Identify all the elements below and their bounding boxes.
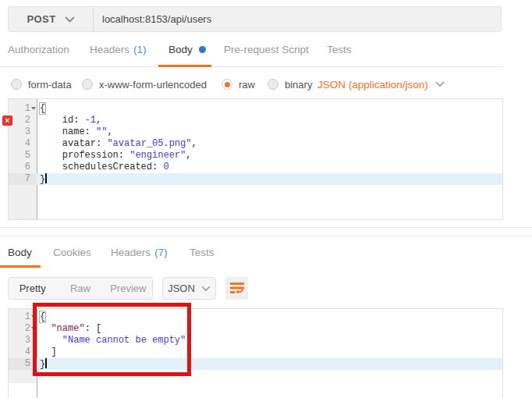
tab-label: Headers [111,247,151,258]
fold-spacer [30,126,37,138]
chevron-down-icon [435,81,445,87]
code-token [40,335,62,346]
error-icon: × [2,115,12,126]
code-line[interactable]: 5 profession: "engineer", [9,150,502,162]
code-token: { [40,103,45,114]
tab-pre-request-script[interactable]: Pre-request Script [224,32,309,66]
tab-response-body[interactable]: Body [8,236,32,268]
fold-spacer [30,346,37,358]
code-token: 0 [163,162,168,172]
line-gutter: 4 [9,346,37,358]
code-line[interactable]: 4 avatar: "avatar_05.png", [9,138,502,150]
mode-label: x-www-form-urlencoded [99,79,207,91]
tab-body[interactable]: Body [168,32,206,66]
response-body-editor[interactable]: 1{2 "name": [3 "Name cannot be empty"4 ]… [8,308,503,398]
fold-arrow-icon[interactable] [30,311,37,323]
code-token: "avatar_05.png" [107,138,191,149]
fold-spacer [30,150,37,162]
text-cursor [45,358,47,368]
view-mode-pretty[interactable]: Pretty [9,278,56,299]
unsaved-body-dot-icon [199,46,206,53]
tab-response-headers[interactable]: Headers (7) [111,236,168,268]
code-token: } [40,359,45,370]
headers-count-badge: (7) [154,247,168,258]
request-body-editor[interactable]: 1{2× id: -1,3 name: "",4 avatar: "avatar… [8,98,503,220]
mode-form-data[interactable]: form-data [11,75,72,94]
mode-binary[interactable]: binary [268,75,312,94]
tab-headers[interactable]: Headers (1) [90,32,147,66]
line-gutter: 5 [9,150,37,162]
response-tabs: Body Cookies Headers (7) Tests [0,236,532,268]
line-gutter: 2× [9,115,37,126]
view-mode-label: Preview [110,283,146,294]
postman-window: POST localhost:8153/api/users Authorizat… [0,0,532,398]
code-line[interactable]: 2 "name": [ [9,323,502,335]
format-label: JSON [168,283,195,294]
mode-label: raw [239,79,255,91]
code-line[interactable]: 1{ [9,103,502,115]
code-content: { [37,311,502,323]
tab-authorization[interactable]: Authorization [8,32,69,66]
code-token: ] [40,346,57,357]
code-line[interactable]: 3 name: "", [9,126,502,138]
line-number: 3 [9,126,30,138]
code-line[interactable]: 4 ] [9,346,502,358]
line-number: 4 [9,346,30,358]
radio-icon[interactable] [82,79,93,90]
tab-response-tests[interactable]: Tests [190,236,215,268]
line-gutter: 6 [9,162,37,173]
response-format-select[interactable]: JSON [162,277,216,300]
fold-spacer [30,358,37,370]
radio-selected-icon[interactable] [222,79,232,90]
body-mode-row: form-data x-www-form-urlencoded raw bina… [0,75,503,94]
fold-arrow-icon[interactable] [30,323,37,335]
mode-x-www-form-urlencoded[interactable]: x-www-form-urlencoded [82,75,207,94]
code-token: profession: [40,150,129,161]
view-mode-label: Raw [70,283,90,294]
mode-label: form-data [28,79,72,91]
fold-arrow-icon[interactable] [30,103,37,115]
line-gutter: 7 [9,173,37,185]
line-number: 2 [9,323,30,335]
radio-icon[interactable] [11,79,22,90]
request-url-bar: POST localhost:8153/api/users [8,6,502,32]
wrap-text-icon [229,282,245,295]
line-gutter: 2 [9,323,37,335]
code-content: name: "", [37,126,502,138]
code-line[interactable]: 6 schedulesCreated: 0 [9,162,502,173]
wrap-text-button[interactable] [225,277,248,300]
fold-spacer [30,162,37,173]
tab-cookies[interactable]: Cookies [53,236,91,268]
code-line[interactable]: 5} [9,358,502,370]
fold-spacer [30,335,37,346]
view-mode-preview[interactable]: Preview [105,278,152,299]
fold-spacer [30,115,37,126]
tab-tests[interactable]: Tests [327,32,352,66]
code-line[interactable]: 7} [9,173,502,185]
view-mode-raw[interactable]: Raw [56,278,104,299]
active-tab-underline [158,65,211,67]
radio-icon[interactable] [268,79,278,90]
line-gutter: 3 [9,335,37,346]
code-token: -1 [85,115,96,126]
mode-raw[interactable]: raw [222,75,255,94]
code-content: } [37,173,502,185]
chevron-down-icon [65,16,75,23]
line-gutter: 1 [9,103,37,115]
code-content: "name": [ [37,323,502,335]
code-line[interactable]: 3 "Name cannot be empty" [9,335,502,346]
code-token: id: [40,115,85,126]
url-input[interactable]: localhost:8153/api/users [94,7,501,31]
content-type-select[interactable]: JSON (application/json) [317,75,445,94]
code-line[interactable]: 1{ [9,311,502,323]
line-gutter: 4 [9,138,37,150]
line-gutter: 1 [9,311,37,323]
method-select[interactable]: POST [9,7,94,31]
code-token: , [191,138,197,149]
line-gutter: 3 [9,126,37,138]
code-token: : [ [85,323,102,334]
code-line[interactable]: 2× id: -1, [9,115,502,126]
line-number: 1 [9,311,30,323]
view-mode-group: Pretty Raw Preview [8,277,153,300]
tab-label: Tests [327,44,352,55]
